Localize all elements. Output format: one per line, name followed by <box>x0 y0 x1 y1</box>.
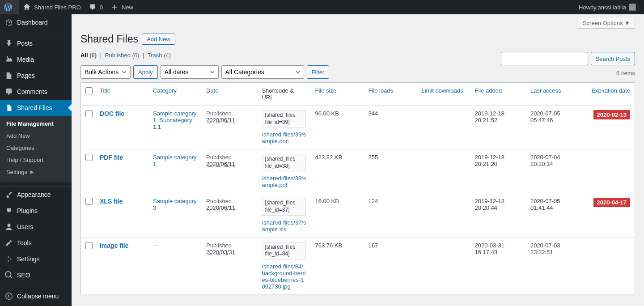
sidebar-item-pages[interactable]: Pages <box>0 68 72 84</box>
sliders-icon <box>4 255 13 264</box>
table-row: XLS fileSample category 3Published2020/0… <box>81 193 635 237</box>
user-account-link[interactable]: Howdy, anssi.laitila <box>575 0 640 14</box>
file-size-cell: 96.00 KB <box>310 106 364 149</box>
file-size-cell: 763.76 KB <box>310 237 364 294</box>
select-all-checkbox[interactable] <box>85 87 93 94</box>
filter-published-link[interactable]: Published (6) <box>105 52 140 59</box>
comments-count: 0 <box>100 4 103 11</box>
file-url-link[interactable]: /shared-files/38/sample.pdf <box>262 175 306 188</box>
shortcode-text[interactable]: [shared_files file_id=39] <box>262 110 306 128</box>
wp-logo[interactable] <box>0 0 19 14</box>
published-date: 2020/06/11 <box>206 161 235 167</box>
file-loads-cell: 344 <box>364 106 417 149</box>
column-header-expiration-date[interactable]: Expiration date <box>586 87 630 94</box>
shortcode-text[interactable]: [shared_files file_id=84] <box>262 242 306 259</box>
bulk-actions-select[interactable]: Bulk Actions <box>80 65 131 79</box>
shortcode-text[interactable]: [shared_files file_id=37] <box>262 198 306 215</box>
search-input[interactable] <box>501 52 588 65</box>
file-url-link[interactable]: /shared-files/39/sample.doc <box>262 131 306 144</box>
add-new-button[interactable]: Add New <box>142 34 175 45</box>
sidebar-item-plugins[interactable]: Plugins <box>0 203 72 219</box>
search-posts-button[interactable]: Search Posts <box>591 52 635 65</box>
submenu-item-file-management[interactable]: File Management <box>0 118 72 130</box>
limit-downloads-cell <box>417 193 470 237</box>
sidebar-item-label: Shared Files <box>17 104 52 111</box>
filter-trash-link[interactable]: Trash (4) <box>148 52 171 59</box>
no-category: — <box>153 242 159 249</box>
column-header-limit-downloads[interactable]: Limit downloads <box>421 87 466 94</box>
new-content-link[interactable]: New <box>106 0 137 14</box>
column-header-category[interactable]: Category <box>153 87 197 94</box>
column-header-last-access[interactable]: Last access <box>530 87 577 94</box>
sidebar-item-users[interactable]: Users <box>0 219 72 235</box>
sidebar-item-comments[interactable]: Comments <box>0 84 72 100</box>
file-title-link[interactable]: PDF file <box>100 154 123 161</box>
sidebar-item-label: Collapse menu <box>17 293 59 300</box>
file-title-link[interactable]: XLS file <box>100 198 123 205</box>
collapse-menu-button[interactable]: Collapse menu <box>0 288 72 304</box>
filter-all-link[interactable]: All (6) <box>80 52 97 59</box>
category-link[interactable]: Sample category 3 <box>153 198 197 211</box>
limit-downloads-cell <box>417 106 470 149</box>
media-icon <box>4 55 13 64</box>
howdy-prefix: Howdy, <box>579 4 597 11</box>
file-url-link[interactable]: /shared-files/37/sample.xls <box>262 219 306 233</box>
category-link[interactable]: Subcategory 1.1 <box>153 117 192 130</box>
published-date: 2020/06/11 <box>206 204 235 211</box>
expiration-badge: 2020-04-17 <box>593 198 631 207</box>
categories-filter-select[interactable]: All Categories <box>221 65 304 79</box>
sidebar-item-media[interactable]: Media <box>0 51 72 68</box>
limit-downloads-cell <box>417 149 470 193</box>
column-header-file-added[interactable]: File added <box>475 87 521 94</box>
username: anssi.laitila <box>597 4 626 11</box>
submenu-item-settings[interactable]: Settings ➤ <box>0 166 72 178</box>
table-row: DOC fileSample category 1, Subcategory 1… <box>81 106 635 149</box>
home-icon <box>22 3 31 12</box>
file-url-link[interactable]: /shared-files/84/background-berries-blue… <box>262 263 306 290</box>
sidebar-item-appearance[interactable]: Appearance <box>0 187 72 203</box>
sidebar-item-label: Media <box>17 56 34 63</box>
column-header-file-loads[interactable]: File loads <box>368 87 412 94</box>
column-header-file-size[interactable]: File size <box>315 87 359 94</box>
published-date: 2020/03/31 <box>206 249 235 255</box>
limit-downloads-cell <box>417 237 470 294</box>
submenu-item-add-new[interactable]: Add New <box>0 130 72 142</box>
comments-link[interactable]: 0 <box>85 0 106 14</box>
file-title-link[interactable]: DOC file <box>100 110 124 117</box>
row-checkbox[interactable] <box>85 154 93 161</box>
column-header-date[interactable]: Date <box>206 87 253 94</box>
wrench-icon <box>4 238 13 247</box>
published-label: Published <box>206 198 232 204</box>
submenu-item-help-support[interactable]: Help / Support <box>0 154 72 166</box>
plug-icon <box>4 206 13 215</box>
sidebar-item-tools[interactable]: Tools <box>0 235 72 251</box>
collapse-icon <box>4 292 13 301</box>
apply-button[interactable]: Apply <box>133 65 158 79</box>
page-icon <box>4 71 13 80</box>
submenu-item-categories[interactable]: Categories <box>0 142 72 154</box>
published-label: Published <box>206 110 232 117</box>
filter-button[interactable]: Filter <box>307 65 330 79</box>
row-checkbox[interactable] <box>85 242 93 249</box>
site-name-link[interactable]: Shared Files PRO <box>19 0 85 14</box>
row-checkbox[interactable] <box>85 110 93 117</box>
sidebar-item-posts[interactable]: Posts <box>0 35 72 51</box>
status-filter-links: All (6) | Published (6) | Trash (4) <box>80 52 171 59</box>
sidebar-item-seo[interactable]: SEO <box>0 267 72 283</box>
row-checkbox[interactable] <box>85 198 93 205</box>
sidebar-item-shared-files[interactable]: Shared Files <box>0 100 72 116</box>
file-title-link[interactable]: Image file <box>100 242 129 249</box>
table-row: PDF fileSample category 1Published2020/0… <box>81 149 635 193</box>
category-link[interactable]: Sample category 1 <box>153 154 197 167</box>
sidebar-submenu: File Management Add New Categories Help … <box>0 116 72 182</box>
shortcode-text[interactable]: [shared_files file_id=38] <box>262 154 306 171</box>
file-loads-cell: 124 <box>364 193 417 237</box>
sidebar-item-settings[interactable]: Settings <box>0 251 72 267</box>
screen-options-button[interactable]: Screen Options ▼ <box>578 18 635 29</box>
sidebar-item-label: Pages <box>17 72 35 79</box>
sidebar-item-dashboard[interactable]: Dashboard <box>0 14 72 30</box>
dates-filter-select[interactable]: All dates <box>161 65 219 79</box>
file-size-cell: 423.82 KB <box>310 149 364 193</box>
column-header-title[interactable]: Title <box>100 87 144 94</box>
svg-point-0 <box>6 293 12 299</box>
